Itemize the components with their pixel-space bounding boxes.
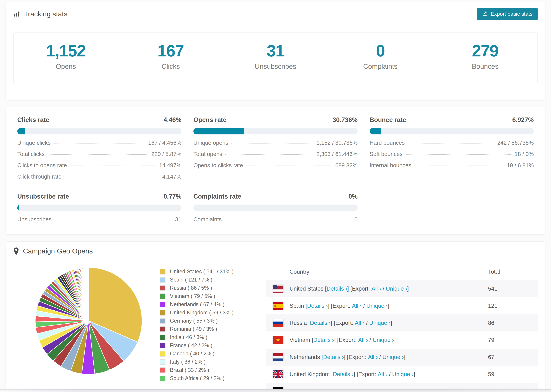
legend-label: Vietnam ( 79 / 5% ): [170, 293, 215, 299]
progress-fill: [17, 128, 25, 134]
export-all-link[interactable]: All ›: [358, 337, 368, 343]
pie-slice[interactable]: [88, 267, 89, 321]
table-row: Vietnam [Details ›] [Export: All › / Uni…: [266, 331, 538, 349]
bracket: ]: [391, 320, 392, 326]
rate-row-value: 19 / 6.81%: [507, 162, 534, 169]
legend-label: Brazil ( 33 / 2% ): [170, 367, 209, 373]
legend-swatch: [160, 269, 165, 274]
rate-row: Opens to clicks rate689.82%: [193, 162, 357, 169]
bracket: [: [322, 354, 323, 360]
bracket: ] [Export:: [353, 371, 378, 378]
rate-value: 0%: [348, 193, 357, 200]
legend-item[interactable]: Germany ( 55 / 3% ): [160, 318, 256, 324]
export-icon: [482, 11, 488, 17]
dotted-leader: [408, 143, 494, 143]
country-cell: Russia [Details ›] [Export: All › / Uniq…: [290, 320, 488, 326]
legend-item[interactable]: Italy ( 36 / 2% ): [160, 359, 256, 365]
rate-row: Click through rate4.147%: [17, 173, 181, 180]
tracking-card-header: Tracking stats Export basic stats: [6, 2, 545, 26]
dotted-leader: [225, 220, 351, 220]
export-all-link[interactable]: All ›: [352, 302, 362, 309]
rate-row: Total clicks220 / 5.87%: [17, 151, 181, 157]
legend-item[interactable]: India ( 46 / 3% ): [160, 334, 256, 340]
bracket: [: [306, 302, 307, 309]
legend-swatch: [160, 367, 165, 373]
legend-item[interactable]: Netherlands ( 67 / 4% ): [160, 301, 256, 308]
rate-row: Clicks to opens rate14.497%: [17, 162, 181, 169]
export-unique-link[interactable]: Unique ›: [392, 371, 414, 378]
export-unique-link[interactable]: Unique ›: [373, 337, 394, 343]
rate-row-value: 1,152 / 30.736%: [316, 140, 357, 146]
progress-bar: [193, 204, 357, 211]
export-all-link[interactable]: All ›: [378, 371, 387, 378]
flag-es-icon: [273, 302, 283, 310]
export-unique-link[interactable]: Unique ›: [386, 286, 407, 292]
legend-label: South Africa ( 29 / 2% ): [170, 375, 225, 381]
legend-label: Canada ( 40 / 2% ): [170, 351, 214, 357]
table-header: Country Total: [266, 263, 538, 280]
legend-swatch: [160, 294, 165, 299]
legend-swatch: [160, 277, 165, 283]
stat-box: 1,152Opens: [14, 41, 118, 75]
legend-label: United States ( 541 / 31% ): [170, 268, 233, 275]
legend-item[interactable]: South Africa ( 29 / 2% ): [160, 375, 256, 381]
rate-row-value: 4.147%: [162, 173, 181, 180]
export-all-link[interactable]: All ›: [368, 354, 378, 360]
country-name: United Kingdom: [290, 371, 331, 378]
legend-label: Germany ( 55 / 3% ): [170, 318, 218, 324]
details-link[interactable]: Details ›: [307, 302, 328, 309]
export-all-link[interactable]: All ›: [372, 286, 381, 292]
legend-item[interactable]: Spain ( 121 / 7% ): [160, 277, 256, 283]
details-link[interactable]: Details ›: [323, 354, 344, 360]
rate-row: Total opens2,303 / 61.446%: [193, 151, 357, 157]
legend-item[interactable]: United Kingdom ( 59 / 3% ): [160, 309, 256, 316]
legend-item[interactable]: Romania ( 49 / 3% ): [160, 326, 256, 332]
bottom-strip: [0, 389, 551, 392]
legend-item[interactable]: United States ( 541 / 31% ): [160, 268, 256, 275]
legend-item[interactable]: Canada ( 40 / 2% ): [160, 351, 256, 357]
bracket: ]: [388, 302, 389, 309]
dotted-leader: [70, 166, 156, 166]
progress-bar: [193, 128, 357, 134]
legend-item[interactable]: Russia ( 86 / 5% ): [160, 285, 256, 291]
rate-block: Clicks rate4.46%Unique clicks167 / 4.456…: [17, 116, 181, 180]
export-unique-link[interactable]: Unique ›: [382, 354, 404, 360]
rate-title: Clicks rate: [17, 116, 49, 124]
export-basic-stats-button[interactable]: Export basic stats: [477, 8, 538, 20]
country-name: United States: [290, 286, 325, 292]
rate-row: Complaints0: [193, 216, 357, 223]
export-unique-link[interactable]: Unique ›: [366, 302, 388, 309]
bracket: ] [Export:: [328, 302, 352, 309]
rate-rows: Unique clicks167 / 4.456%Total clicks220…: [17, 140, 181, 180]
stat-box: 167Clicks: [118, 41, 223, 75]
rate-row-label: Complaints: [193, 216, 222, 223]
stat-value: 167: [118, 41, 223, 60]
stats-row: 1,152Opens167Clicks31Unsubscribes0Compla…: [13, 32, 538, 84]
bracket: [: [325, 286, 326, 292]
export-unique-link[interactable]: Unique ›: [369, 320, 391, 326]
details-link[interactable]: Details ›: [326, 286, 347, 292]
legend-item[interactable]: Vietnam ( 79 / 5% ): [160, 293, 256, 299]
rates-card: Clicks rate4.46%Unique clicks167 / 4.456…: [6, 107, 545, 235]
rate-row: Internal bounces19 / 6.81%: [370, 162, 534, 169]
tracking-card-title: Tracking stats: [13, 10, 67, 18]
total-value: 541: [488, 286, 531, 292]
bracket: ] [Export:: [347, 286, 371, 292]
pie-chart: [34, 266, 143, 376]
stat-value: 31: [223, 41, 328, 60]
table-row: Russia [Details ›] [Export: All › / Uniq…: [266, 314, 538, 331]
legend-label: Russia ( 86 / 5% ): [170, 285, 212, 291]
rates-grid: Clicks rate4.46%Unique clicks167 / 4.456…: [12, 116, 539, 223]
details-link[interactable]: Details ›: [310, 320, 331, 326]
legend-item[interactable]: France ( 42 / 2% ): [160, 343, 256, 349]
rate-block: Opens rate30.736%Unique opens1,152 / 30.…: [193, 116, 357, 180]
details-link[interactable]: Details ›: [333, 371, 353, 378]
stat-label: Clicks: [118, 63, 223, 70]
legend-item[interactable]: Brazil ( 33 / 2% ): [160, 367, 256, 373]
export-all-link[interactable]: All ›: [355, 320, 365, 326]
details-link[interactable]: Details ›: [313, 337, 334, 343]
progress-bar: [17, 204, 181, 211]
legend-swatch: [160, 318, 165, 324]
rate-title: Unsubscribe rate: [17, 193, 69, 200]
dotted-leader: [246, 166, 332, 166]
